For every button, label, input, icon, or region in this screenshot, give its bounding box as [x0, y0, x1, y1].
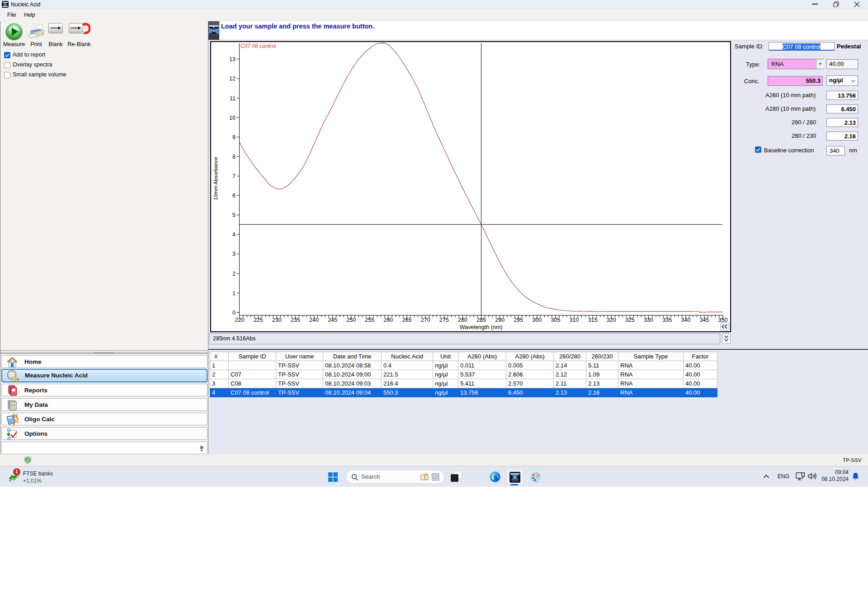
svg-text:235: 235 [291, 317, 300, 323]
svg-text:13: 13 [229, 56, 236, 62]
svg-text:Wavelength (nm): Wavelength (nm) [460, 324, 503, 330]
svg-text:2: 2 [232, 271, 236, 277]
svg-text:220: 220 [235, 317, 245, 323]
svg-text:335: 335 [662, 317, 672, 323]
svg-text:260: 260 [383, 317, 393, 323]
svg-text:10mm Absorbance: 10mm Absorbance [213, 157, 218, 200]
svg-text:305: 305 [551, 317, 561, 323]
svg-text:300: 300 [532, 317, 542, 323]
svg-text:240: 240 [309, 317, 319, 323]
svg-text:255: 255 [365, 317, 374, 323]
svg-text:8: 8 [232, 154, 236, 160]
svg-text:340: 340 [681, 317, 690, 323]
svg-text:280: 280 [458, 317, 467, 323]
svg-text:7: 7 [232, 173, 236, 179]
svg-text:11: 11 [230, 95, 236, 102]
svg-text:225: 225 [254, 317, 263, 323]
svg-text:265: 265 [402, 317, 412, 323]
svg-text:270: 270 [421, 317, 430, 323]
svg-text:345: 345 [699, 317, 709, 323]
svg-text:285: 285 [476, 317, 486, 323]
svg-text:320: 320 [607, 317, 616, 323]
svg-text:0: 0 [232, 310, 236, 316]
svg-text:3: 3 [232, 251, 236, 257]
svg-text:9: 9 [232, 134, 236, 141]
svg-text:10: 10 [229, 115, 236, 121]
svg-text:315: 315 [588, 317, 598, 323]
svg-text:230: 230 [272, 317, 282, 323]
svg-text:295: 295 [514, 317, 523, 323]
svg-text:12: 12 [229, 75, 236, 82]
svg-text:4: 4 [232, 231, 236, 238]
svg-text:6: 6 [232, 193, 236, 199]
svg-text:C07 08 control: C07 08 control [241, 43, 276, 49]
svg-text:325: 325 [625, 317, 635, 323]
svg-text:245: 245 [328, 317, 337, 323]
svg-text:350: 350 [718, 317, 728, 323]
svg-text:290: 290 [495, 317, 505, 323]
svg-text:310: 310 [570, 317, 579, 323]
svg-text:1: 1 [232, 290, 236, 296]
svg-text:275: 275 [439, 317, 449, 323]
svg-text:330: 330 [644, 317, 653, 323]
svg-text:250: 250 [346, 317, 356, 323]
svg-text:5: 5 [232, 212, 236, 218]
